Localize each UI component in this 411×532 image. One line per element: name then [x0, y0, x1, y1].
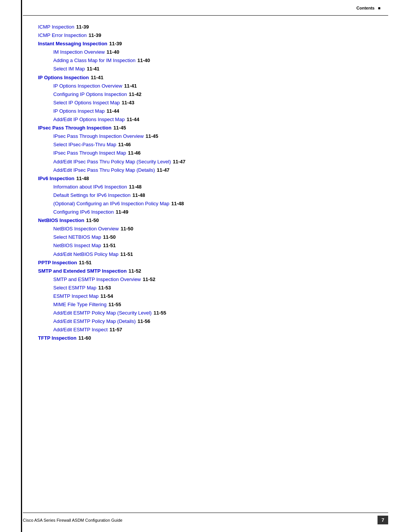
- toc-link[interactable]: Adding a Class Map for IM Inspection: [53, 56, 135, 65]
- toc-link[interactable]: IPsec Pass Through Inspection: [38, 124, 112, 132]
- toc-page-number: 11-50: [86, 216, 99, 225]
- toc-item: IPv6 Inspection11-48: [38, 174, 381, 183]
- toc-link[interactable]: ICMP Error Inspection: [38, 31, 87, 40]
- toc-item: IM Inspection Overview11-40: [53, 48, 381, 56]
- toc-page-number: 11-48: [132, 191, 145, 200]
- toc-item: IPsec Pass Through Inspect Map11-46: [53, 149, 381, 157]
- toc-page-number: 11-47: [157, 166, 169, 174]
- toc-page-number: 11-43: [122, 99, 134, 107]
- toc-link[interactable]: NetBIOS Inspect Map: [53, 241, 101, 250]
- toc-page-number: 11-42: [129, 90, 141, 99]
- toc-item: SMTP and ESMTP Inspection Overview11-52: [53, 275, 381, 284]
- toc-page-number: 11-47: [173, 158, 185, 166]
- toc-item: IPsec Pass Through Inspection Overview11…: [53, 132, 381, 141]
- toc-link[interactable]: Select IPsec-Pass-Thru Map: [53, 141, 116, 149]
- toc-link[interactable]: Select IP Options Inspect Map: [53, 99, 120, 107]
- toc-page-number: 11-52: [129, 267, 141, 275]
- toc-item: Adding a Class Map for IM Inspection11-4…: [53, 56, 381, 65]
- toc-link[interactable]: IM Inspection Overview: [53, 48, 105, 56]
- toc-page-number: 11-56: [138, 317, 150, 326]
- toc-item: Add/Edit ESMTP Policy Map (Security Leve…: [53, 309, 381, 317]
- bottom-border-line: [23, 513, 388, 513]
- toc-item: IP Options Inspection11-41: [38, 73, 381, 82]
- toc-item: Configuring IP Options Inspection11-42: [53, 90, 381, 99]
- toc-item: Instant Messaging Inspection11-39: [38, 40, 381, 48]
- toc-link[interactable]: SMTP and ESMTP Inspection Overview: [53, 275, 141, 284]
- toc-page-number: 11-49: [116, 208, 128, 216]
- toc-page-number: 11-40: [107, 48, 119, 56]
- toc-page-number: 11-51: [79, 259, 91, 267]
- toc-item: Configuring IPv6 Inspection11-49: [53, 208, 381, 216]
- toc-link[interactable]: Information about IPv6 Inspection: [53, 183, 127, 191]
- toc-page-number: 11-39: [76, 23, 89, 31]
- toc-link[interactable]: IPsec Pass Through Inspect Map: [53, 149, 126, 157]
- toc-page-number: 11-51: [120, 250, 133, 259]
- toc-link[interactable]: Add/Edit NetBIOS Policy Map: [53, 250, 118, 259]
- toc-link[interactable]: (Optional) Configuring an IPv6 Inspectio…: [53, 200, 169, 208]
- toc-page-number: 11-55: [153, 309, 166, 317]
- toc-page-number: 11-40: [137, 56, 150, 65]
- toc-link[interactable]: Add/Edit IP Options Inspect Map: [53, 115, 125, 124]
- toc-link[interactable]: NetBIOS Inspection Overview: [53, 225, 119, 233]
- toc-item: NetBIOS Inspect Map11-51: [53, 241, 381, 250]
- toc-item: Add/Edit NetBIOS Policy Map11-51: [53, 250, 381, 259]
- toc-item: NetBIOS Inspection11-50: [38, 216, 381, 225]
- toc-page-number: 11-45: [113, 124, 126, 132]
- toc-link[interactable]: NetBIOS Inspection: [38, 216, 84, 225]
- toc-link[interactable]: Select IM Map: [53, 65, 85, 73]
- toc-link[interactable]: MIME File Type Filtering: [53, 300, 107, 309]
- toc-link[interactable]: Add/Edit ESMTP Inspect: [53, 326, 108, 334]
- toc-page-number: 11-46: [118, 141, 131, 149]
- toc-link[interactable]: IP Options Inspection Overview: [53, 82, 122, 90]
- toc-item: (Optional) Configuring an IPv6 Inspectio…: [53, 200, 381, 208]
- toc-page-number: 11-60: [78, 334, 91, 342]
- toc-link[interactable]: IP Options Inspection: [38, 73, 89, 82]
- toc-page-number: 11-41: [91, 73, 103, 82]
- toc-link[interactable]: Select NETBIOS Map: [53, 233, 101, 241]
- toc-page-number: 11-57: [110, 326, 122, 334]
- toc-link[interactable]: Add/Edit IPsec Pass Thru Policy Map (Sec…: [53, 158, 171, 166]
- toc-item: Information about IPv6 Inspection11-48: [53, 183, 381, 191]
- toc-item: MIME File Type Filtering11-55: [53, 300, 381, 309]
- footer-guide-title: Cisco ASA Series Firewall ASDM Configura…: [23, 518, 123, 522]
- toc-page-number: 11-50: [121, 225, 133, 233]
- toc-page-number: 11-48: [171, 200, 184, 208]
- toc-page-number: 11-41: [87, 65, 99, 73]
- toc-link[interactable]: Add/Edit ESMTP Policy Map (Security Leve…: [53, 309, 151, 317]
- toc-link[interactable]: Add/Edit ESMTP Policy Map (Details): [53, 317, 136, 326]
- toc-link[interactable]: Configuring IPv6 Inspection: [53, 208, 114, 216]
- toc-item: TFTP Inspection11-60: [38, 334, 381, 342]
- toc-item: PPTP Inspection11-51: [38, 259, 381, 267]
- toc-page-number: 11-50: [103, 233, 116, 241]
- toc-item: Add/Edit IPsec Pass Thru Policy Map (Det…: [53, 166, 381, 174]
- toc-page-number: 11-48: [76, 174, 89, 183]
- footer-page-number: 7: [378, 516, 388, 524]
- toc-item: Select IP Options Inspect Map11-43: [53, 99, 381, 107]
- toc-link[interactable]: ESMTP Inspect Map: [53, 292, 99, 300]
- top-border-line: [23, 15, 388, 16]
- toc-link[interactable]: Select ESMTP Map: [53, 284, 96, 292]
- toc-item: Add/Edit ESMTP Policy Map (Details)11-56: [53, 317, 381, 326]
- toc-item: Add/Edit IP Options Inspect Map11-44: [53, 115, 381, 124]
- toc-link[interactable]: IP Options Inspect Map: [53, 107, 105, 115]
- toc-link[interactable]: TFTP Inspection: [38, 334, 76, 342]
- toc-item: SMTP and Extended SMTP Inspection11-52: [38, 267, 381, 275]
- toc-link[interactable]: SMTP and Extended SMTP Inspection: [38, 267, 127, 275]
- toc-page-number: 11-45: [146, 132, 158, 141]
- toc-link[interactable]: Add/Edit IPsec Pass Thru Policy Map (Det…: [53, 166, 155, 174]
- toc-list: ICMP Inspection11-39ICMP Error Inspectio…: [38, 23, 381, 343]
- toc-link[interactable]: Configuring IP Options Inspection: [53, 90, 127, 99]
- toc-item: Select IM Map11-41: [53, 65, 381, 73]
- toc-link[interactable]: IPv6 Inspection: [38, 174, 74, 183]
- toc-page-number: 11-48: [129, 183, 142, 191]
- toc-item: IP Options Inspection Overview11-41: [53, 82, 381, 90]
- toc-link[interactable]: ICMP Inspection: [38, 23, 74, 31]
- toc-link[interactable]: Default Settings for IPv6 Inspection: [53, 191, 131, 200]
- page-footer: Cisco ASA Series Firewall ASDM Configura…: [23, 516, 388, 524]
- header-label: Contents: [357, 6, 375, 10]
- toc-page-number: 11-52: [143, 275, 155, 284]
- toc-link[interactable]: IPsec Pass Through Inspection Overview: [53, 132, 144, 141]
- toc-link[interactable]: Instant Messaging Inspection: [38, 40, 107, 48]
- page-container: Contents ■ ICMP Inspection11-39ICMP Erro…: [0, 0, 411, 532]
- toc-link[interactable]: PPTP Inspection: [38, 259, 77, 267]
